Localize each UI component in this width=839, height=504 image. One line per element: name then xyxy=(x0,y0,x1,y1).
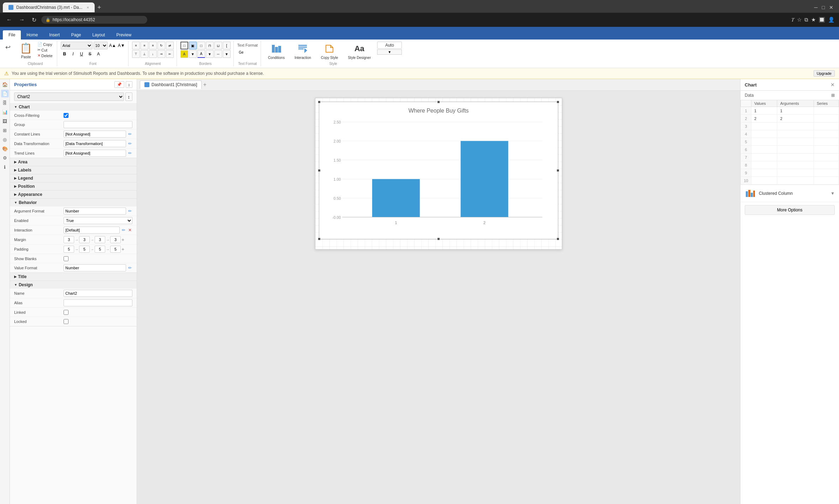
sidebar-pages-icon[interactable]: 📄 xyxy=(1,90,9,97)
line-color-arrow[interactable]: ▼ xyxy=(206,50,214,58)
favorites-icon[interactable]: ★ xyxy=(811,17,816,23)
series-cell[interactable] xyxy=(814,177,839,185)
border-bottom-btn[interactable]: ⊔ xyxy=(214,42,222,49)
more-options-btn[interactable]: More Options xyxy=(745,205,835,215)
arguments-cell[interactable] xyxy=(777,130,814,138)
sidebar-resources-icon[interactable]: 🖼 xyxy=(1,117,9,125)
padding-top-input[interactable] xyxy=(64,246,74,253)
profile-icon[interactable]: 👤 xyxy=(828,17,835,23)
chart-widget[interactable]: Where People Buy Gifts 2.50 2.00 1.50 1.… xyxy=(319,102,558,239)
sidebar-info-icon[interactable]: ℹ xyxy=(1,163,9,171)
tab-file[interactable]: File xyxy=(3,30,21,40)
title-section-header[interactable]: Title xyxy=(10,273,137,281)
sidebar-variables-icon[interactable]: 📊 xyxy=(1,108,9,116)
border-left-btn[interactable]: [ xyxy=(223,42,231,49)
values-cell[interactable] xyxy=(751,122,777,130)
data-transform-edit-btn[interactable]: ✏ xyxy=(127,141,132,146)
arguments-cell[interactable] xyxy=(777,154,814,161)
refresh-btn[interactable]: ↻ xyxy=(30,16,38,24)
line-color-btn[interactable]: A xyxy=(197,50,205,58)
align-bottom-btn[interactable]: ↓ xyxy=(149,50,157,58)
interaction-clear-btn[interactable]: ✕ xyxy=(127,228,132,233)
copy-btn[interactable]: 📄 Copy xyxy=(36,42,54,47)
series-cell[interactable] xyxy=(814,146,839,154)
minimize-icon[interactable]: ─ xyxy=(814,5,818,10)
border-top-btn[interactable]: ⊓ xyxy=(206,42,214,49)
dir-rtl-btn[interactable]: ⇐ xyxy=(166,50,174,58)
values-cell[interactable] xyxy=(751,154,777,161)
fill-color-btn[interactable]: A xyxy=(180,50,188,58)
sidebar-home-icon[interactable]: 🏠 xyxy=(1,80,9,88)
margin-bottom-input[interactable] xyxy=(95,236,105,243)
sidebar-data-icon[interactable]: 🗄 xyxy=(1,99,9,107)
arguments-cell[interactable] xyxy=(777,138,814,146)
canvas-scroll[interactable]: Where People Buy Gifts 2.50 2.00 1.50 1.… xyxy=(137,91,740,504)
value-format-edit-btn[interactable]: ✏ xyxy=(127,265,132,270)
style-dropdown-btn[interactable]: ▼ xyxy=(377,49,402,55)
tab-layout[interactable]: Layout xyxy=(87,30,111,40)
locked-checkbox[interactable] xyxy=(64,319,69,324)
canvas-tab-dashboard[interactable]: Dashboard1 [Christmas] xyxy=(140,80,202,89)
behavior-section-header[interactable]: Behavior xyxy=(10,199,137,206)
border-all-btn[interactable]: □ xyxy=(180,42,188,49)
tab-page[interactable]: Page xyxy=(65,30,87,40)
sidebar-events-icon[interactable]: ◎ xyxy=(1,136,9,143)
enabled-select[interactable]: True False xyxy=(64,217,132,224)
line-style-btn[interactable]: ─ xyxy=(214,50,222,58)
argument-format-edit-btn[interactable]: ✏ xyxy=(127,209,132,214)
series-cell[interactable] xyxy=(814,154,839,161)
text-format-general-btn[interactable]: Ge xyxy=(237,49,245,56)
new-tab-btn[interactable]: + xyxy=(95,4,104,11)
border-none-btn[interactable]: □ xyxy=(197,42,205,49)
tab-home[interactable]: Home xyxy=(21,30,43,40)
paste-btn[interactable]: 📋 Paste xyxy=(17,42,35,59)
resize-handle-br[interactable] xyxy=(557,238,559,240)
legend-section-header[interactable]: Legend xyxy=(10,174,137,182)
padding-left-input[interactable] xyxy=(110,246,121,253)
tab-close-btn[interactable]: × xyxy=(87,5,89,10)
undo-btn[interactable]: ↩ xyxy=(3,42,13,52)
arguments-cell[interactable] xyxy=(777,122,814,130)
indent-btn[interactable]: ⇌ xyxy=(166,42,174,49)
rotate-btn[interactable]: ↻ xyxy=(157,42,165,49)
tab-preview[interactable]: Preview xyxy=(111,30,137,40)
trend-lines-edit-btn[interactable]: ✏ xyxy=(127,151,132,156)
arguments-cell[interactable] xyxy=(777,169,814,177)
forward-btn[interactable]: → xyxy=(17,16,27,24)
resize-handle-ml[interactable] xyxy=(318,169,321,172)
line-style-arrow[interactable]: ▼ xyxy=(223,50,231,58)
values-cell[interactable] xyxy=(751,130,777,138)
close-icon[interactable]: ✕ xyxy=(829,5,833,10)
cut-btn[interactable]: ✂ Cut xyxy=(36,47,54,53)
decrease-size-btn[interactable]: A▼ xyxy=(118,42,125,49)
values-cell[interactable] xyxy=(751,169,777,177)
upgrade-btn[interactable]: Upgrade xyxy=(814,70,835,77)
browser-tab-active[interactable]: DashboardChristmas (3).mrt - Da... × xyxy=(3,2,95,12)
arguments-cell[interactable] xyxy=(777,177,814,185)
border-outer-btn[interactable]: ▣ xyxy=(189,42,197,49)
trend-lines-input[interactable] xyxy=(64,150,126,157)
align-middle-btn[interactable]: ⊥ xyxy=(141,50,148,58)
increase-size-btn[interactable]: A▲ xyxy=(109,42,117,49)
padding-expand-btn[interactable]: + xyxy=(121,246,124,252)
chart-section-header[interactable]: Chart xyxy=(10,103,137,111)
sort-btn[interactable]: ↕ xyxy=(126,81,133,88)
constant-lines-input[interactable] xyxy=(64,131,126,138)
design-section-header[interactable]: Design xyxy=(10,281,137,289)
resize-handle-bl[interactable] xyxy=(318,238,321,240)
strikethrough-btn[interactable]: S xyxy=(86,50,94,58)
series-cell[interactable] xyxy=(814,169,839,177)
series-cell[interactable] xyxy=(814,107,839,115)
labels-section-header[interactable]: Labels xyxy=(10,166,137,174)
canvas-tab-add-btn[interactable]: + xyxy=(203,82,206,88)
interaction-edit-btn[interactable]: ✏ xyxy=(121,228,126,233)
area-section-header[interactable]: Area xyxy=(10,158,137,166)
resize-handle-tr[interactable] xyxy=(557,101,559,103)
component-dropdown[interactable]: Chart2 xyxy=(14,92,124,101)
italic-btn[interactable]: I xyxy=(69,50,77,58)
sidebar-components-icon[interactable]: ⊞ xyxy=(1,126,9,134)
name-input[interactable] xyxy=(64,290,132,297)
argument-format-input[interactable] xyxy=(64,208,126,215)
values-cell[interactable] xyxy=(751,138,777,146)
dir-ltr-btn[interactable]: ⇒ xyxy=(157,50,165,58)
